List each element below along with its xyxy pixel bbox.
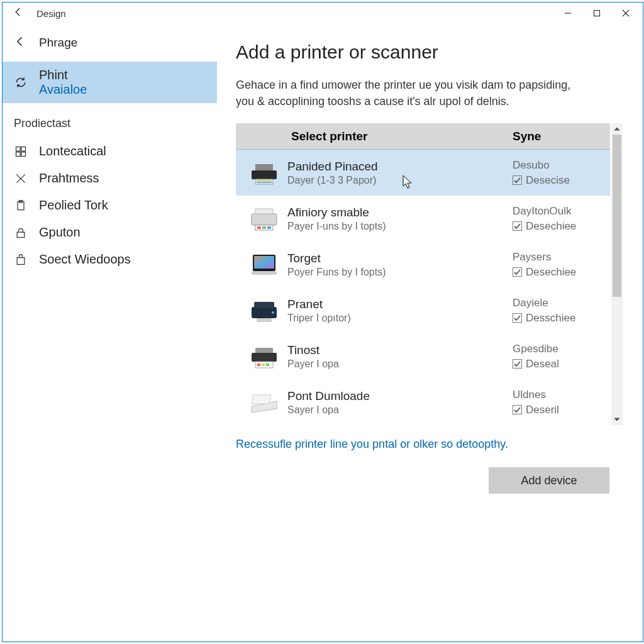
sidebar-item-label: Peolied Tork — [39, 198, 108, 213]
printer-icon — [242, 251, 286, 279]
svg-rect-16 — [255, 179, 273, 184]
printer-sub: Payer I-uns by I topts) — [287, 221, 513, 232]
printer-main: Pont DumloadeSayer I opa — [286, 389, 513, 416]
printer-list: Select printer Syne Panided PinacedDayer… — [236, 123, 610, 425]
sidebar-back-row[interactable]: Phrage — [3, 35, 217, 62]
svg-rect-24 — [262, 226, 266, 229]
printer-main: TinostPayer I opa — [286, 343, 513, 370]
sidebar-item-phint[interactable]: Phint Avaialoe — [3, 62, 217, 103]
sync-check-label: Desecise — [526, 174, 570, 187]
sidebar-item-lontecatical[interactable]: Lontecatical — [3, 138, 217, 165]
tools-icon — [14, 172, 28, 186]
svg-rect-17 — [257, 180, 272, 182]
page-title: Add a printer or scanner — [236, 42, 610, 63]
svg-rect-18 — [257, 182, 272, 183]
scroll-up-icon[interactable] — [611, 123, 623, 135]
printer-sub: Sayer I opa — [287, 404, 513, 416]
svg-rect-15 — [255, 164, 273, 170]
column-header-sync[interactable]: Syne — [513, 130, 610, 143]
sync-checkbox[interactable]: Desechiee — [513, 220, 604, 233]
svg-rect-43 — [252, 395, 271, 404]
printer-name: Pont Dumloade — [287, 389, 513, 403]
sync-checkbox[interactable]: Deseal — [513, 358, 604, 370]
printer-icon — [242, 159, 286, 187]
back-icon[interactable] — [13, 6, 24, 20]
sync-checkbox[interactable]: Desschiee — [513, 312, 604, 325]
svg-rect-39 — [257, 364, 260, 366]
svg-rect-12 — [17, 232, 25, 237]
svg-rect-1 — [594, 11, 600, 16]
sidebar-item-soect-wiedoops[interactable]: Soect Wiedoops — [3, 246, 217, 273]
printer-row[interactable]: Panided PinacedDayer (1-3 3 Papor)Desubo… — [236, 150, 610, 196]
sidebar-item-label: Prahtmess — [39, 171, 99, 186]
printer-sync: DayieleDesschiee — [513, 297, 604, 325]
sidebar: Phrage Phint Avaialoe Prodiectast Lontec… — [3, 24, 217, 641]
printer-row[interactable]: TinostPayer I opaGpesdibeDeseal — [236, 333, 610, 379]
scroll-down-icon[interactable] — [611, 414, 623, 425]
svg-rect-20 — [252, 214, 277, 225]
back-icon — [14, 35, 26, 50]
svg-point-34 — [272, 311, 274, 314]
scroll-thumb[interactable] — [613, 135, 621, 297]
svg-rect-41 — [266, 364, 269, 366]
sync-checkbox[interactable]: Deseril — [513, 404, 604, 416]
printer-sub: Triper I opıtor) — [287, 313, 513, 324]
sidebar-item-text: Phint Avaialoe — [39, 68, 87, 97]
minimize-button[interactable] — [553, 3, 582, 23]
svg-rect-7 — [21, 152, 26, 156]
sidebar-item-label: Lontecatical — [39, 144, 106, 158]
sync-check-label: Deseril — [526, 404, 559, 416]
svg-rect-30 — [513, 268, 522, 277]
column-header-printer[interactable]: Select printer — [236, 130, 513, 143]
sidebar-back-label: Phrage — [39, 36, 77, 50]
printer-name: Panided Pinaced — [287, 160, 513, 174]
add-device-button[interactable]: Add device — [489, 467, 609, 494]
sync-checkbox[interactable]: Desechiee — [513, 266, 604, 279]
svg-rect-33 — [257, 318, 272, 322]
svg-rect-44 — [513, 406, 522, 414]
sync-status: Dayiele — [513, 297, 604, 309]
scrollbar[interactable] — [611, 123, 623, 425]
printer-sub: Dayer (1-3 3 Papor) — [287, 175, 513, 186]
cursor-icon — [402, 175, 414, 192]
printer-row[interactable]: Afiniory smablePayer I-uns by I topts)Da… — [236, 196, 610, 242]
svg-rect-25 — [267, 226, 271, 229]
printer-row[interactable]: PranetTriper I opıtor)DayieleDesschiee — [236, 287, 610, 333]
printer-row[interactable]: Pont DumloadeSayer I opaUldnesDeseril — [236, 379, 610, 425]
svg-rect-40 — [262, 364, 265, 366]
svg-rect-14 — [252, 170, 277, 179]
close-button[interactable] — [611, 3, 640, 23]
svg-rect-28 — [254, 256, 274, 269]
printer-sync: UldnesDeseril — [513, 389, 604, 416]
sidebar-item-prahtmess[interactable]: Prahtmess — [3, 165, 217, 192]
page-description: Gehace in a find umower the printer ue y… — [236, 77, 588, 109]
svg-rect-35 — [513, 314, 522, 323]
printer-main: TorgetPoyer Funs by I fopts) — [286, 252, 513, 278]
sidebar-item-gputon[interactable]: Gputon — [3, 219, 217, 246]
printer-name: Torget — [287, 252, 513, 265]
svg-rect-21 — [255, 209, 273, 214]
lock-icon — [14, 226, 28, 240]
printer-sync: PaysersDesechiee — [513, 251, 604, 279]
scroll-track[interactable] — [611, 135, 623, 414]
svg-rect-32 — [254, 302, 274, 308]
settings-window: Design Phrage Phint Avaialoe — [2, 2, 643, 642]
printer-main: Afiniory smablePayer I-uns by I topts) — [286, 206, 513, 232]
sync-checkbox[interactable]: Desecise — [513, 174, 604, 187]
svg-rect-13 — [17, 257, 25, 264]
printer-name: Afiniory smable — [287, 206, 513, 219]
sidebar-item-peolied-tork[interactable]: Peolied Tork — [3, 192, 217, 219]
titlebar-left: Design — [13, 6, 66, 20]
printer-row[interactable]: TorgetPoyer Funs by I fopts)PaysersDesec… — [236, 242, 610, 287]
sync-status: Uldnes — [513, 389, 604, 401]
sync-status: DayItonOulk — [513, 205, 604, 218]
grid-icon — [14, 145, 28, 158]
maximize-button[interactable] — [582, 3, 611, 23]
printer-sync: DayItonOulkDesechiee — [513, 205, 604, 233]
printer-sub: Poyer Funs by I fopts) — [287, 267, 513, 278]
printer-main: PranetTriper I opıtor) — [286, 297, 513, 324]
svg-rect-5 — [21, 147, 26, 151]
printer-name: Tinost — [287, 343, 513, 357]
help-link[interactable]: Recessufle printer line you pntal or olk… — [236, 438, 610, 451]
sidebar-item-label: Soect Wiedoops — [39, 252, 131, 267]
